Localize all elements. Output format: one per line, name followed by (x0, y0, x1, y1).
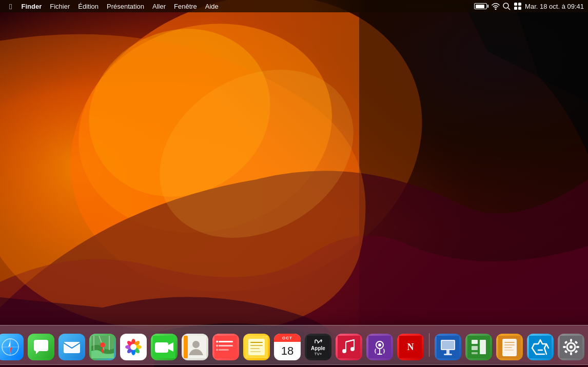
notes-icon (243, 334, 270, 360)
svg-line-10 (508, 8, 510, 10)
facetime-icon (151, 334, 178, 360)
svg-rect-86 (442, 341, 454, 349)
dock-item-notes[interactable] (242, 333, 271, 361)
svg-point-64 (216, 349, 218, 351)
dock-item-appletv[interactable]: Apple TV+ (304, 333, 332, 361)
menu-fichier[interactable]: Fichier (46, 0, 74, 12)
svg-rect-90 (472, 340, 478, 344)
app-name[interactable]: Finder (17, 0, 46, 12)
menu-fenetre[interactable]: Fenêtre (170, 0, 201, 12)
svg-rect-58 (214, 336, 237, 358)
photos-icon (120, 334, 147, 360)
svg-rect-67 (250, 342, 263, 343)
dock-item-pages[interactable] (495, 333, 524, 361)
systemprefs-icon (558, 334, 584, 360)
menubar:  Finder Fichier Édition Présentation Al… (0, 0, 588, 12)
dock-item-keynote[interactable] (434, 333, 462, 361)
svg-rect-13 (514, 7, 517, 10)
svg-rect-60 (219, 345, 233, 346)
svg-point-63 (216, 345, 218, 347)
safari-icon (0, 334, 24, 360)
appletv-icon: Apple TV+ (305, 334, 331, 360)
dock-item-appstore[interactable] (526, 333, 555, 361)
svg-rect-61 (219, 349, 229, 351)
dock-item-facetime[interactable] (150, 333, 179, 361)
svg-rect-99 (504, 350, 514, 351)
keynote-icon (435, 334, 461, 360)
dock-item-safari[interactable] (0, 333, 25, 361)
svg-point-80 (378, 343, 381, 346)
svg-rect-70 (250, 351, 261, 352)
svg-rect-11 (514, 3, 517, 6)
wifi-icon[interactable] (492, 3, 500, 10)
dock-item-systemprefs[interactable] (557, 333, 585, 361)
svg-point-77 (350, 347, 355, 351)
dock-item-maps[interactable] (88, 333, 117, 361)
svg-rect-96 (504, 342, 515, 343)
search-icon[interactable] (503, 3, 511, 10)
svg-rect-68 (250, 345, 263, 346)
svg-rect-66 (248, 339, 265, 355)
dock-item-photos[interactable] (119, 333, 148, 361)
svg-rect-91 (472, 346, 478, 350)
datetime[interactable]: Mar. 18 oct. à 09:41 (525, 3, 584, 10)
menu-edition[interactable]: Édition (74, 0, 103, 12)
svg-rect-74 (338, 336, 360, 358)
apple-menu[interactable]:  (4, 0, 17, 12)
svg-rect-106 (570, 339, 572, 342)
svg-point-105 (570, 345, 573, 349)
svg-point-42 (100, 342, 105, 348)
dock-item-messages[interactable] (27, 333, 55, 361)
svg-rect-54 (155, 342, 168, 353)
svg-rect-98 (504, 347, 512, 348)
svg-rect-107 (570, 352, 572, 355)
dock-item-reminders[interactable] (211, 333, 240, 361)
reminders-icon (212, 334, 239, 360)
dock-item-numbers[interactable] (464, 333, 493, 361)
svg-rect-93 (480, 340, 486, 354)
svg-point-52 (130, 344, 136, 350)
music-icon (336, 334, 362, 360)
svg-rect-59 (219, 341, 233, 342)
messages-icon (28, 334, 54, 360)
news-icon: N (397, 334, 424, 360)
dock-separator (429, 333, 429, 357)
svg-rect-87 (446, 350, 449, 354)
dock-item-podcasts[interactable] (365, 333, 394, 361)
menu-presentation[interactable]: Présentation (103, 0, 148, 12)
svg-rect-78 (368, 336, 391, 358)
svg-point-57 (192, 341, 200, 348)
svg-rect-88 (444, 354, 452, 355)
control-center-icon[interactable] (514, 2, 522, 10)
dock-item-music[interactable] (335, 333, 363, 361)
svg-rect-12 (518, 3, 521, 6)
wallpaper (0, 0, 588, 367)
svg-point-76 (342, 349, 346, 353)
contacts-icon (182, 334, 208, 360)
numbers-icon (465, 334, 492, 360)
podcasts-icon (366, 334, 393, 360)
svg-rect-108 (563, 346, 566, 348)
dock: OCT 18 Apple TV+ (0, 325, 588, 365)
dock-item-calendar[interactable]: OCT 18 (273, 333, 302, 361)
svg-text:Apple: Apple (311, 345, 325, 351)
svg-rect-89 (467, 336, 490, 358)
svg-rect-109 (576, 346, 579, 348)
svg-rect-92 (472, 352, 478, 354)
menubar-left:  Finder Fichier Édition Présentation Al… (4, 0, 223, 12)
dock-item-contacts[interactable] (181, 333, 209, 361)
menu-aide[interactable]: Aide (201, 0, 223, 12)
appstore-icon (527, 334, 554, 360)
svg-rect-56 (184, 336, 188, 358)
dock-item-mail[interactable] (57, 333, 86, 361)
dock-item-news[interactable]: N (396, 333, 425, 361)
svg-text:TV+: TV+ (315, 352, 322, 356)
maps-icon (89, 334, 116, 360)
mail-icon (58, 334, 85, 360)
svg-point-62 (216, 341, 218, 343)
menu-aller[interactable]: Aller (148, 0, 170, 12)
svg-rect-69 (250, 348, 260, 349)
desktop:  Finder Fichier Édition Présentation Al… (0, 0, 588, 367)
calendar-icon: OCT 18 (274, 334, 301, 360)
battery-icon[interactable] (474, 3, 488, 9)
